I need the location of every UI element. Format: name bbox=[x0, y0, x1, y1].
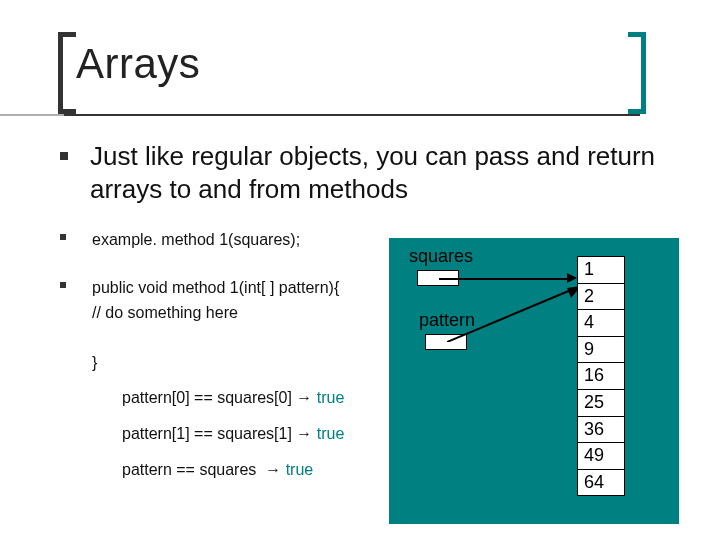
code-call: example. method 1(squares); bbox=[92, 227, 300, 253]
array-cell: 16 bbox=[578, 363, 624, 390]
array-cell: 4 bbox=[578, 310, 624, 337]
array-cell: 2 bbox=[578, 284, 624, 311]
array-cell: 49 bbox=[578, 443, 624, 470]
bullet-icon bbox=[60, 234, 66, 240]
code-signature: public void method 1(int[ ] pattern){ bbox=[92, 275, 344, 301]
assert-1: pattern[0] == squares[0] → true bbox=[122, 385, 344, 411]
arrow-icon: → bbox=[296, 389, 312, 406]
arrow-icon: → bbox=[296, 425, 312, 442]
assert-1-lhs: pattern[0] == squares[0] bbox=[122, 389, 292, 406]
pointer-line-squares bbox=[439, 278, 571, 280]
array-cell: 36 bbox=[578, 417, 624, 444]
assert-2-rhs: true bbox=[317, 425, 345, 442]
diagram-label-squares: squares bbox=[409, 246, 473, 267]
assert-3-rhs: true bbox=[286, 461, 314, 478]
code-close: } bbox=[92, 350, 344, 376]
pointer-line-pattern bbox=[447, 286, 581, 342]
title-bracket-right bbox=[628, 32, 646, 114]
svg-line-0 bbox=[447, 290, 571, 342]
array-column: 1 2 4 9 16 25 36 49 64 bbox=[577, 256, 625, 496]
code-comment: // do something here bbox=[92, 300, 344, 326]
assert-2: pattern[1] == squares[1] → true bbox=[122, 421, 344, 447]
bullet-icon bbox=[60, 152, 68, 160]
diagram-panel: squares pattern 1 2 4 9 16 25 36 49 64 bbox=[389, 238, 679, 524]
array-cell: 64 bbox=[578, 470, 624, 496]
code-block: public void method 1(int[ ] pattern){ //… bbox=[92, 275, 344, 483]
main-text: Just like regular objects, you can pass … bbox=[90, 140, 660, 205]
slide-title: Arrays bbox=[76, 40, 200, 88]
title-bracket-left bbox=[58, 32, 76, 114]
array-cell: 25 bbox=[578, 390, 624, 417]
title-underline bbox=[0, 114, 640, 116]
arrowhead-icon bbox=[567, 273, 577, 283]
arrow-icon: → bbox=[265, 461, 281, 478]
assert-2-lhs: pattern[1] == squares[1] bbox=[122, 425, 292, 442]
title-wrap: Arrays bbox=[76, 40, 200, 88]
assert-1-rhs: true bbox=[317, 389, 345, 406]
array-cell: 9 bbox=[578, 337, 624, 364]
bullet-icon bbox=[60, 282, 66, 288]
main-bullet-row: Just like regular objects, you can pass … bbox=[60, 140, 660, 205]
assert-3: pattern == squares → true bbox=[122, 457, 344, 483]
assert-3-lhs: pattern == squares bbox=[122, 461, 256, 478]
array-cell: 1 bbox=[578, 257, 624, 284]
